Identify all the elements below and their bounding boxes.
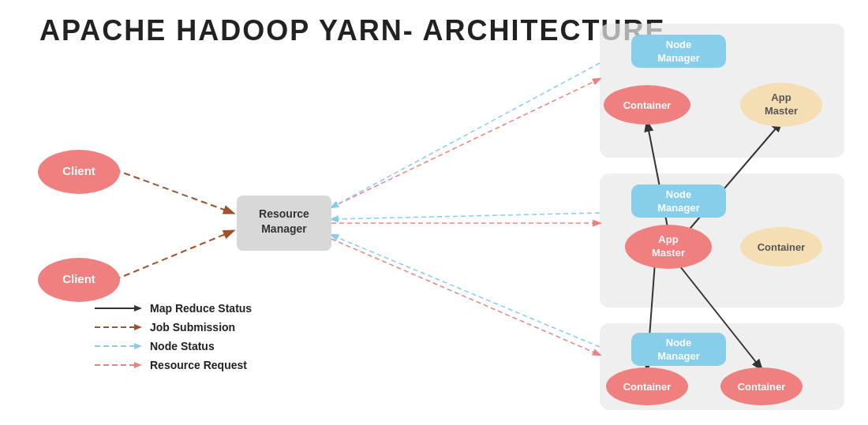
legend-map-reduce: Map Reduce Status [95, 302, 252, 315]
container4-label: Container [738, 381, 786, 393]
svg-line-7 [331, 63, 600, 207]
legend-node-status: Node Status [95, 340, 252, 352]
app-master-2-label: App [658, 233, 678, 245]
svg-marker-29 [134, 305, 142, 311]
app-master-1-label2: Master [765, 105, 798, 117]
node-manager-1-label2: Manager [657, 52, 699, 64]
node-manager-1-label: Node [666, 39, 692, 50]
container1-label: Container [623, 99, 672, 111]
svg-line-10 [114, 170, 233, 213]
node-manager-2-label2: Manager [657, 202, 699, 214]
svg-marker-33 [134, 343, 142, 349]
svg-marker-31 [134, 324, 142, 330]
node-manager-3-label2: Manager [657, 350, 699, 362]
container3-label: Container [623, 381, 672, 393]
svg-line-8 [331, 213, 600, 219]
resource-manager-label2: Manager [261, 222, 307, 235]
svg-line-11 [114, 231, 233, 280]
svg-line-6 [331, 239, 600, 355]
app-master-1-label: App [771, 91, 791, 103]
legend-job-submission: Job Submission [95, 321, 252, 334]
legend-resource-request: Resource Request [95, 359, 252, 371]
container2-label: Container [758, 241, 806, 253]
legend-job-submission-label: Job Submission [150, 321, 235, 334]
resource-manager-label: Resource [259, 207, 309, 220]
node-manager-3-label: Node [666, 337, 692, 349]
svg-line-4 [331, 79, 600, 207]
client2-label: Client [62, 272, 95, 285]
client1-label: Client [62, 164, 95, 177]
svg-line-9 [331, 235, 600, 347]
legend: Map Reduce Status Job Submission Node St… [95, 302, 252, 378]
legend-node-status-label: Node Status [150, 340, 215, 352]
svg-marker-35 [134, 362, 142, 368]
node-manager-2-label: Node [666, 188, 692, 200]
legend-map-reduce-label: Map Reduce Status [150, 302, 252, 315]
app-master-2-label2: Master [652, 247, 685, 259]
legend-resource-request-label: Resource Request [150, 359, 247, 371]
